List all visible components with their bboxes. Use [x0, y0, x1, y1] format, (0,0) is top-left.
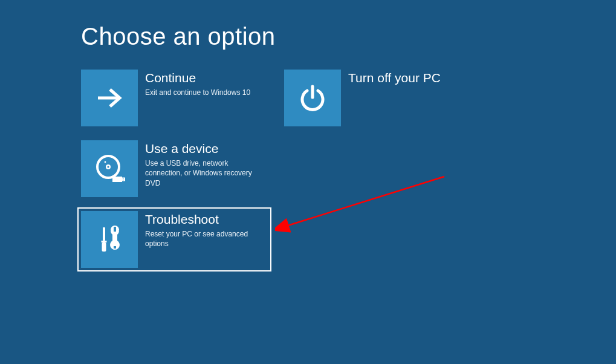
svg-rect-6 [112, 177, 122, 182]
use-device-title: Use a device [145, 141, 259, 156]
use-device-tile[interactable]: Use a device Use a USB drive, network co… [81, 140, 265, 197]
continue-title: Continue [145, 71, 259, 85]
svg-point-4 [107, 166, 109, 167]
svg-rect-13 [114, 226, 116, 232]
svg-line-16 [286, 177, 444, 226]
turnoff-title: Turn off your PC [348, 71, 462, 85]
svg-rect-11 [102, 241, 107, 242]
svg-rect-12 [102, 242, 106, 252]
arrow-right-icon [81, 70, 138, 126]
page-title: Choose an option [81, 23, 616, 50]
svg-point-5 [105, 161, 106, 163]
troubleshoot-tile[interactable]: Troubleshoot Reset your PC or see advanc… [77, 207, 271, 271]
continue-desc: Exit and continue to Windows 10 [145, 88, 259, 97]
troubleshoot-desc: Reset your PC or see advanced options [145, 229, 259, 249]
disc-usb-icon [81, 140, 138, 197]
continue-tile[interactable]: Continue Exit and continue to Windows 10 [81, 70, 265, 126]
turnoff-tile[interactable]: Turn off your PC [284, 70, 468, 126]
power-icon [284, 70, 341, 126]
svg-rect-7 [122, 178, 125, 181]
tools-icon [81, 211, 138, 268]
troubleshoot-title: Troubleshoot [145, 212, 259, 227]
svg-rect-9 [123, 180, 123, 180]
annotation-arrow-icon [275, 173, 456, 245]
svg-rect-8 [123, 178, 123, 179]
use-device-desc: Use a USB drive, network connection, or … [145, 158, 259, 188]
svg-rect-10 [103, 227, 105, 241]
